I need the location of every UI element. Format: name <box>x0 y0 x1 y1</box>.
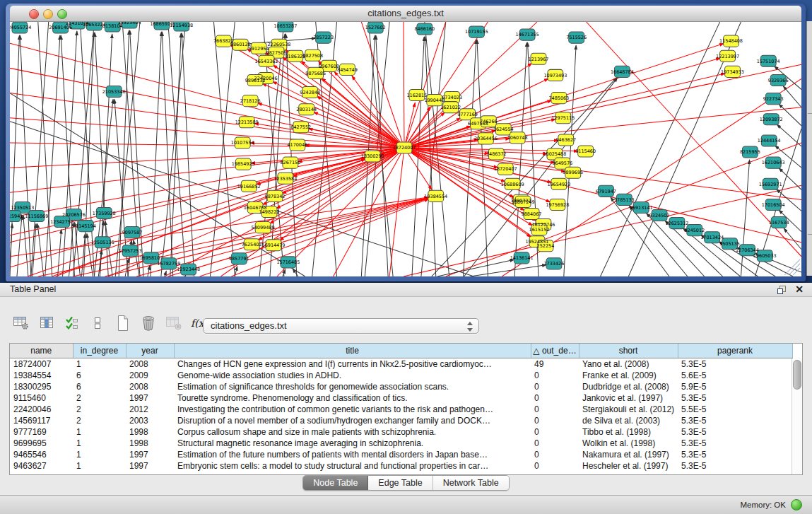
table-cell[interactable]: 5.5E-5 <box>678 404 792 415</box>
tab-edge-table[interactable]: Edge Table <box>368 476 433 490</box>
table-cell[interactable]: 5.3E-5 <box>678 415 792 426</box>
table-cell[interactable]: 2 <box>73 404 126 415</box>
network-edge[interactable] <box>148 266 150 276</box>
table-cell[interactable]: 0 <box>531 381 579 392</box>
table-cell[interactable]: 1 <box>73 358 126 370</box>
table-cell[interactable]: 0 <box>531 426 579 438</box>
table-row[interactable]: 1830029562008Estimation of significance … <box>10 381 792 392</box>
network-edge[interactable] <box>783 86 801 107</box>
table-cell[interactable]: 1 <box>73 426 126 438</box>
table-cell[interactable]: 2 <box>73 415 126 426</box>
table-row[interactable]: 969969511998Structural magnetic resonanc… <box>10 438 792 449</box>
tab-node-table[interactable]: Node Table <box>303 476 368 490</box>
table-cell[interactable]: 2 <box>73 392 126 404</box>
table-row[interactable]: 911546021997Tourette syndrome. Phenomeno… <box>10 392 792 404</box>
table-cell[interactable]: 2012 <box>126 404 174 415</box>
table-cell[interactable]: Disruption of a novel member of a sodium… <box>174 415 531 426</box>
table-cell[interactable]: Jankovic et al. (1997) <box>579 392 678 404</box>
network-edge[interactable] <box>389 148 404 276</box>
column-header-short[interactable]: short <box>579 344 678 358</box>
table-cell[interactable]: 9465546 <box>10 449 73 460</box>
network-edge[interactable] <box>293 269 298 276</box>
table-cell[interactable]: 9115460 <box>10 392 73 404</box>
network-edge[interactable] <box>210 22 235 276</box>
tab-network-table[interactable]: Network Table <box>433 476 509 490</box>
minimize-window-icon[interactable] <box>43 9 53 19</box>
create-column-button[interactable] <box>113 313 133 333</box>
network-edge[interactable] <box>446 143 801 276</box>
network-edge[interactable] <box>10 93 404 148</box>
row-height-button[interactable] <box>88 313 107 333</box>
column-header-out_de[interactable]: △ out_de… <box>531 344 579 358</box>
network-edge[interactable] <box>477 40 488 276</box>
network-edge[interactable] <box>63 31 77 276</box>
network-edge[interactable] <box>322 78 404 148</box>
table-cell[interactable]: 1 <box>73 449 126 460</box>
float-panel-icon[interactable] <box>777 285 787 295</box>
table-cell[interactable]: Estimation of significance thresholds fo… <box>174 381 531 392</box>
table-row[interactable]: 977716911998Corpus callosum shape and si… <box>10 426 792 438</box>
network-edge[interactable] <box>61 35 74 276</box>
table-cell[interactable]: Hescheler et al. (1997) <box>579 460 678 472</box>
table-cell[interactable]: 0 <box>531 370 579 381</box>
table-cell[interactable]: 5.3E-5 <box>678 438 792 449</box>
table-cell[interactable]: Embryonic stem cells: a model to study s… <box>174 460 531 472</box>
table-row[interactable]: 2242004622012Investigating the contribut… <box>10 404 792 415</box>
table-cell[interactable]: Yano et al. (2008) <box>579 358 678 370</box>
network-canvas[interactable]: 2405572420691406214310741065322181381041… <box>10 22 801 276</box>
table-row[interactable]: 946362711997Embryonic stem cells: a mode… <box>10 460 792 472</box>
table-cell[interactable]: Nakamura et al. (1997) <box>579 449 678 460</box>
table-cell[interactable]: Dudbridge et al. (2008) <box>579 381 678 392</box>
table-cell[interactable]: 49 <box>531 358 579 370</box>
table-cell[interactable]: Franke et al. (2009) <box>579 370 678 381</box>
table-selector-combobox[interactable]: citations_edges.txt <box>203 318 479 334</box>
table-cell[interactable]: 1998 <box>126 438 174 449</box>
network-edge[interactable] <box>10 43 404 148</box>
show-columns-button[interactable] <box>37 313 57 333</box>
table-cell[interactable]: 5.3E-5 <box>678 460 792 472</box>
network-edge[interactable] <box>37 224 44 276</box>
table-cell[interactable]: 5.3E-5 <box>678 358 792 370</box>
table-cell[interactable]: Structural magnetic resonance image aver… <box>174 438 531 449</box>
table-cell[interactable]: 18724007 <box>10 358 73 370</box>
table-row[interactable]: 1938455462009Genome-wide association stu… <box>10 370 792 381</box>
network-edge[interactable] <box>404 22 404 148</box>
network-edge[interactable] <box>17 215 22 276</box>
table-row[interactable]: 1872400712008Changes of HCN gene express… <box>10 358 792 370</box>
table-cell[interactable]: 22420046 <box>10 404 73 415</box>
network-window[interactable]: citations_edges.txt 24055724206914062143… <box>6 4 806 281</box>
network-edge[interactable] <box>213 22 235 276</box>
network-edge[interactable] <box>412 37 424 276</box>
table-cell[interactable]: 2003 <box>126 415 174 426</box>
table-row[interactable]: 946554611997Estimation of the future num… <box>10 449 792 460</box>
table-cell[interactable]: Genome-wide association studies in ADHD. <box>174 370 531 381</box>
scrollbar-thumb[interactable] <box>793 360 801 390</box>
table-cell[interactable]: 0 <box>531 460 579 472</box>
network-edge[interactable] <box>182 33 194 276</box>
table-cell[interactable]: de Silva et al. (2003) <box>579 415 678 426</box>
table-cell[interactable]: 6 <box>73 370 126 381</box>
table-cell[interactable]: 9463627 <box>10 460 73 472</box>
network-edge[interactable] <box>404 64 801 148</box>
network-edge[interactable] <box>23 215 28 276</box>
column-header-title[interactable]: title <box>174 344 531 358</box>
table-cell[interactable]: Tourette syndrome. Phenomenology and cla… <box>174 392 531 404</box>
delete-column-button[interactable] <box>139 313 158 333</box>
column-header-in_degree[interactable]: in_degree <box>73 344 126 358</box>
column-header-pagerank[interactable]: pagerank <box>678 344 792 358</box>
table-cell[interactable]: 6 <box>73 381 126 392</box>
table-cell[interactable]: 0 <box>531 438 579 449</box>
table-cell[interactable]: 1 <box>73 460 126 472</box>
table-cell[interactable]: Changes of HCN gene expression and I(f) … <box>174 358 531 370</box>
column-header-year[interactable]: year <box>126 344 174 358</box>
network-edge[interactable] <box>161 22 186 276</box>
table-cell[interactable]: 5.3E-5 <box>678 449 792 460</box>
network-edge[interactable] <box>45 35 60 276</box>
table-cell[interactable]: 1 <box>73 438 126 449</box>
table-cell[interactable]: 19384554 <box>10 370 73 381</box>
table-cell[interactable]: Wolkin et al. (1998) <box>579 438 678 449</box>
table-cell[interactable]: 5.3E-5 <box>678 392 792 404</box>
network-edge[interactable] <box>10 224 12 264</box>
table-cell[interactable]: 0 <box>531 404 579 415</box>
network-edge[interactable] <box>58 230 61 276</box>
